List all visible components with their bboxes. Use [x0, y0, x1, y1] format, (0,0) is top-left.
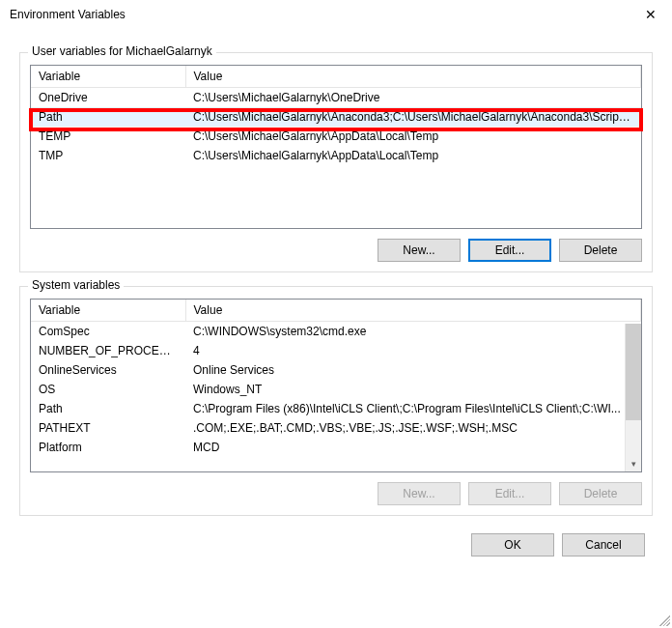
cell-variable: Platform [31, 438, 185, 457]
table-row[interactable]: Path C:\Program Files (x86)\Intel\iCLS C… [31, 399, 641, 418]
cell-value: C:\WINDOWS\system32\cmd.exe [185, 322, 641, 341]
cell-variable: OneDrive [31, 88, 185, 107]
edit-user-var-button[interactable]: Edit... [468, 239, 551, 262]
user-variables-fieldset: User variables for MichaelGalarnyk Varia… [19, 52, 653, 272]
cell-variable: OnlineServices [31, 360, 185, 380]
column-header-variable[interactable]: Variable [31, 300, 185, 322]
column-header-variable[interactable]: Variable [31, 66, 185, 88]
new-system-var-button[interactable]: New... [378, 482, 461, 505]
cell-variable: TEMP [31, 127, 185, 146]
table-row[interactable]: OneDrive C:\Users\MichaelGalarnyk\OneDri… [31, 88, 641, 107]
table-row[interactable]: Path C:\Users\MichaelGalarnyk\Anaconda3;… [31, 107, 641, 127]
user-variables-legend: User variables for MichaelGalarnyk [28, 44, 216, 58]
cell-variable: Path [31, 399, 185, 418]
cell-value: Online Services [185, 360, 641, 380]
cell-variable: TMP [31, 146, 185, 165]
cell-value: C:\Users\MichaelGalarnyk\AppData\Local\T… [185, 127, 641, 146]
delete-user-var-button[interactable]: Delete [559, 239, 642, 262]
scrollbar[interactable]: ▾ [625, 324, 641, 471]
cell-value: C:\Users\MichaelGalarnyk\Anaconda3;C:\Us… [185, 107, 641, 127]
cell-value: C:\Users\MichaelGalarnyk\AppData\Local\T… [185, 146, 641, 165]
edit-system-var-button[interactable]: Edit... [468, 482, 551, 505]
user-variables-table[interactable]: Variable Value OneDrive C:\Users\Michael… [30, 65, 642, 229]
window-title: Environment Variables [10, 8, 126, 21]
new-user-var-button[interactable]: New... [378, 239, 461, 262]
scrollbar-thumb[interactable] [626, 324, 641, 420]
delete-system-var-button[interactable]: Delete [559, 482, 642, 505]
close-icon: ✕ [645, 7, 657, 22]
cell-variable: PATHEXT [31, 418, 185, 438]
system-button-row: New... Edit... Delete [30, 482, 642, 505]
scrollbar-down-icon[interactable]: ▾ [626, 455, 641, 471]
system-variables-legend: System variables [28, 278, 124, 292]
cell-value: C:\Users\MichaelGalarnyk\OneDrive [185, 88, 641, 107]
column-header-value[interactable]: Value [185, 66, 641, 88]
table-row[interactable]: PATHEXT .COM;.EXE;.BAT;.CMD;.VBS;.VBE;.J… [31, 418, 641, 438]
cancel-button[interactable]: Cancel [562, 533, 645, 557]
cell-value: .COM;.EXE;.BAT;.CMD;.VBS;.VBE;.JS;.JSE;.… [185, 418, 641, 438]
cell-value: C:\Program Files (x86)\Intel\iCLS Client… [185, 399, 641, 418]
table-row[interactable]: TEMP C:\Users\MichaelGalarnyk\AppData\Lo… [31, 127, 641, 146]
table-header-row: Variable Value [31, 66, 641, 88]
cell-variable: OS [31, 380, 185, 399]
cell-variable: ComSpec [31, 322, 185, 341]
cell-variable: Path [31, 107, 185, 127]
table-row[interactable]: Platform MCD [31, 438, 641, 457]
cell-value: MCD [185, 438, 641, 457]
column-header-value[interactable]: Value [185, 300, 641, 322]
cell-variable: NUMBER_OF_PROCESSORS [31, 341, 185, 360]
user-button-row: New... Edit... Delete [30, 239, 642, 262]
table-row[interactable]: OS Windows_NT [31, 380, 641, 399]
table-row[interactable]: TMP C:\Users\MichaelGalarnyk\AppData\Loc… [31, 146, 641, 165]
cell-value: Windows_NT [185, 380, 641, 399]
system-variables-fieldset: System variables Variable Value ComSpec … [19, 286, 653, 516]
table-row[interactable]: OnlineServices Online Services [31, 360, 641, 380]
system-variables-table[interactable]: Variable Value ComSpec C:\WINDOWS\system… [30, 299, 642, 472]
table-header-row: Variable Value [31, 300, 641, 322]
resize-grip-icon[interactable] [657, 613, 670, 626]
dialog-content: User variables for MichaelGalarnyk Varia… [0, 29, 672, 516]
close-button[interactable]: ✕ [629, 0, 672, 29]
cell-value: 4 [185, 341, 641, 360]
table-row[interactable]: NUMBER_OF_PROCESSORS 4 [31, 341, 641, 360]
titlebar: Environment Variables ✕ [0, 0, 672, 29]
ok-button[interactable]: OK [471, 533, 554, 557]
table-row[interactable]: ComSpec C:\WINDOWS\system32\cmd.exe [31, 322, 641, 341]
dialog-button-row: OK Cancel [0, 516, 672, 566]
